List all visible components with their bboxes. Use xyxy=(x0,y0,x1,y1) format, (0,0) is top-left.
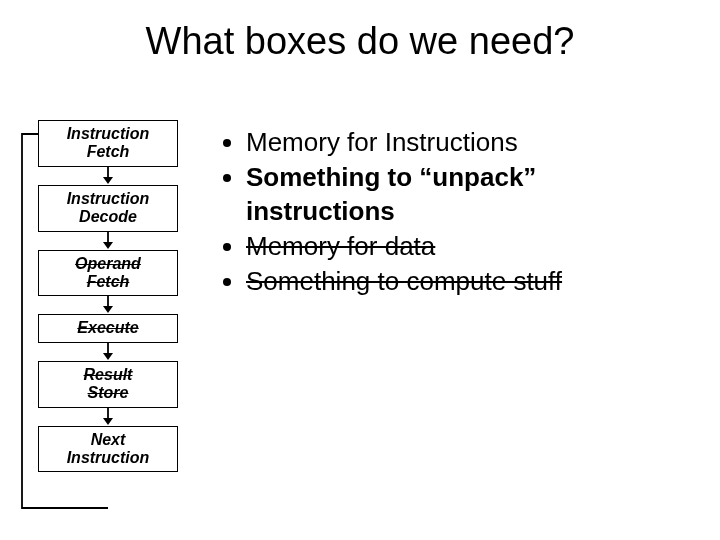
stage-label: Fetch xyxy=(45,143,171,161)
down-arrow-icon xyxy=(38,167,178,185)
bullet-text: Memory for Instructions xyxy=(246,127,518,157)
stage-label: Execute xyxy=(45,319,171,337)
bullet-list: Memory for Instructions Something to “un… xyxy=(218,126,562,300)
pipeline-flow: Instruction Fetch Instruction Decode Ope… xyxy=(38,120,178,472)
bullet-text: Something to “unpack” xyxy=(246,162,536,192)
down-arrow-icon xyxy=(38,296,178,314)
stage-label: Instruction xyxy=(45,190,171,208)
slide-title: What boxes do we need? xyxy=(0,20,720,63)
stage-label: Result xyxy=(45,366,171,384)
down-arrow-icon xyxy=(38,343,178,361)
stage-label: Store xyxy=(45,384,171,402)
bullet-item: Something to “unpack” instructions xyxy=(246,161,562,228)
bullet-item: Something to compute stuff xyxy=(246,265,562,298)
stage-result-store: Result Store xyxy=(38,361,178,408)
bullet-item: Memory for data xyxy=(246,230,562,263)
stage-label: Next xyxy=(45,431,171,449)
stage-label: Fetch xyxy=(45,273,171,291)
stage-label: Instruction xyxy=(45,449,171,467)
down-arrow-icon xyxy=(38,232,178,250)
bullet-text: Memory for data xyxy=(246,231,435,261)
stage-operand-fetch: Operand Fetch xyxy=(38,250,178,297)
bullet-item: Memory for Instructions xyxy=(246,126,562,159)
stage-label: Instruction xyxy=(45,125,171,143)
bullet-text: instructions xyxy=(246,196,395,226)
stage-instruction-fetch: Instruction Fetch xyxy=(38,120,178,167)
stage-execute: Execute xyxy=(38,314,178,342)
stage-label: Operand xyxy=(45,255,171,273)
stage-instruction-decode: Instruction Decode xyxy=(38,185,178,232)
stage-next-instruction: Next Instruction xyxy=(38,426,178,473)
down-arrow-icon xyxy=(38,408,178,426)
bullet-text: Something to compute stuff xyxy=(246,266,562,296)
stage-label: Decode xyxy=(45,208,171,226)
